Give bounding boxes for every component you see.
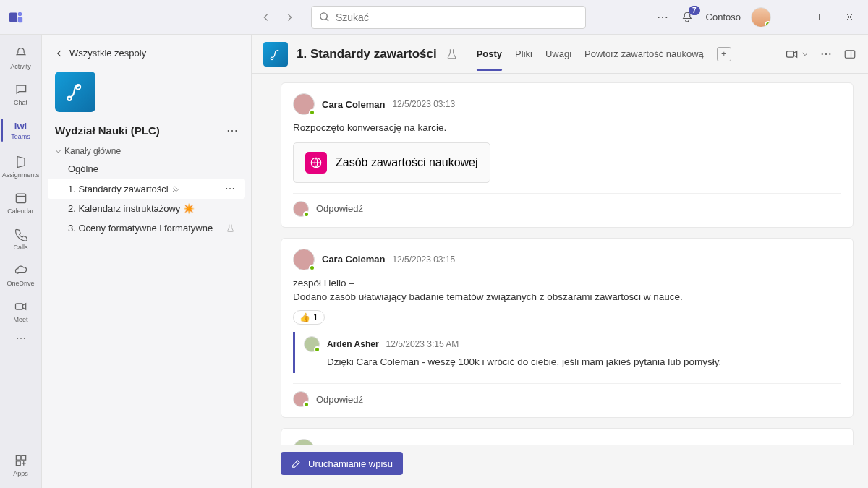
video-icon (785, 47, 799, 61)
rail-meet[interactable]: Meet (1, 294, 41, 328)
back-to-teams-link[interactable]: Wszystkie zespoły (48, 43, 245, 63)
attachment-title: Zasób zawartości naukowej (336, 156, 478, 169)
rail-label: Chat (14, 99, 27, 106)
team-avatar (55, 72, 95, 112)
new-post-button[interactable]: Uruchamianie wpisu (281, 452, 403, 475)
channel-general[interactable]: Ogólne (48, 159, 245, 179)
nav-back-button[interactable] (256, 7, 276, 27)
notification-badge: 7 (689, 6, 700, 15)
current-user-avatar[interactable] (751, 7, 771, 27)
rail-calls[interactable]: Calls (1, 221, 41, 256)
rail-label: Calls (13, 244, 27, 251)
sparkle-icon: ✴️ (183, 203, 195, 214)
search-icon (319, 12, 330, 22)
window-close-button[interactable] (836, 6, 862, 29)
add-tab-button[interactable]: + (717, 47, 731, 61)
open-pane-button[interactable] (843, 48, 856, 61)
svg-point-3 (320, 13, 327, 20)
channel-assessments[interactable]: 3. Oceny formatywne i formatywne (48, 218, 245, 238)
assignments-icon (13, 154, 29, 170)
user-avatar[interactable] (293, 249, 315, 270)
channel-sidebar: Wszystkie zespoły Wydział Nauki (PLC) ⋯ … (42, 35, 252, 488)
posts-list: Cara Coleman 12/5/2023 03:13 Rozpoczęto … (252, 74, 868, 445)
chat-icon (13, 82, 29, 98)
chevron-left-icon (55, 49, 64, 58)
user-avatar[interactable] (304, 336, 320, 352)
cloud-icon (13, 262, 29, 278)
tab-notes[interactable]: Uwagi (545, 37, 571, 71)
meet-button[interactable] (785, 47, 809, 61)
app-rail: Activity Chat iwi Teams Assignments Cale… (0, 35, 42, 488)
tab-repeat-content[interactable]: Powtórz zawartość naukową (584, 37, 704, 71)
chevron-down-icon (55, 148, 61, 155)
rail-apps[interactable]: Apps (1, 448, 41, 482)
bell-icon (13, 46, 29, 61)
rail-label: Teams (11, 133, 30, 140)
reaction-pill[interactable]: 👍 1 (293, 310, 325, 325)
calendar-icon (13, 190, 29, 206)
compose-label: Uruchamianie wpisu (308, 458, 393, 469)
window-minimize-button[interactable] (781, 6, 807, 29)
channel-more-button[interactable]: ⋯ (225, 183, 235, 194)
rail-label: Assignments (2, 171, 40, 179)
svg-point-1 (18, 12, 22, 16)
rail-teams[interactable]: iwi Teams (1, 113, 41, 147)
presence-indicator (765, 21, 771, 27)
channel-header: 1. Standardy zawartości Posty Pliki Uwag… (252, 35, 868, 74)
rail-label: OneDrive (7, 280, 34, 287)
pin-icon (171, 185, 179, 193)
reaction-count: 1 (313, 312, 318, 322)
user-avatar[interactable] (293, 93, 315, 115)
rail-more[interactable]: ⋯ (16, 330, 26, 347)
user-avatar[interactable] (293, 439, 315, 445)
teams-logo (6, 7, 26, 27)
svg-rect-5 (16, 194, 25, 203)
thumbsup-icon: 👍 (299, 312, 310, 322)
channels-section-label[interactable]: Kanały główne (48, 143, 245, 159)
rail-activity[interactable]: Activity (1, 40, 41, 75)
svg-rect-9 (16, 461, 20, 466)
tab-files[interactable]: Pliki (515, 37, 532, 71)
team-more-button[interactable]: ⋯ (226, 124, 238, 137)
channel-title: 1. Standardy zawartości (297, 47, 437, 61)
post-timestamp: 12/5/2023 03:13 (392, 99, 455, 109)
search-box[interactable] (311, 6, 586, 29)
reply-label: Odpowiedź (316, 394, 363, 405)
reply-button[interactable]: Odpowiedź (293, 193, 841, 217)
post-card: Cara Coleman 12/5/2023 03:13 Rozpoczęto … (281, 82, 854, 228)
titlebar: ⋯ 7 Contoso (0, 0, 868, 35)
team-name: Wydział Nauki (PLC) (55, 124, 160, 137)
tab-posts[interactable]: Posty (477, 37, 502, 71)
rail-calendar[interactable]: Calendar (1, 185, 41, 220)
channel-more-button[interactable]: ⋯ (820, 47, 832, 61)
reply-button[interactable]: Odpowiedź (293, 383, 841, 407)
svg-rect-4 (819, 14, 825, 20)
svg-rect-2 (18, 17, 22, 22)
tenant-label: Contoso (706, 12, 741, 22)
channel-avatar (263, 42, 288, 67)
notifications-button[interactable]: 7 (678, 9, 696, 26)
svg-rect-6 (15, 304, 22, 309)
attachment-card[interactable]: Zasób zawartości naukowej (293, 142, 490, 183)
search-input[interactable] (336, 12, 578, 23)
window-maximize-button[interactable] (809, 6, 835, 29)
post-card: Cara Coleman 12/5/2023 03:15 zespół Hell… (281, 238, 854, 419)
nav-forward-button[interactable] (279, 7, 299, 27)
rail-label: Activity (10, 63, 31, 70)
svg-rect-12 (845, 50, 855, 58)
rail-assignments[interactable]: Assignments (1, 149, 41, 184)
channel-content: 1. Standardy zawartości Posty Pliki Uwag… (252, 35, 868, 488)
chevron-down-icon (801, 51, 809, 58)
rail-onedrive[interactable]: OneDrive (1, 257, 41, 292)
compose-icon (291, 458, 302, 469)
post-author: Cara Coleman (322, 254, 385, 265)
rail-teams-tag: iwi (14, 121, 27, 132)
channel-standards[interactable]: 1. Standardy zawartości ⋯ (48, 179, 245, 199)
rail-chat[interactable]: Chat (1, 77, 41, 111)
flask-icon (446, 48, 458, 60)
post-card: Arden Asher 12/5/2023 03:15 Czy ktoś wie… (281, 428, 854, 445)
channel-calendar[interactable]: 2. Kalendarz instruktażowy✴️ (48, 199, 245, 218)
globe-icon (305, 152, 327, 174)
rail-label: Apps (13, 470, 28, 477)
titlebar-more-button[interactable]: ⋯ (657, 10, 668, 24)
